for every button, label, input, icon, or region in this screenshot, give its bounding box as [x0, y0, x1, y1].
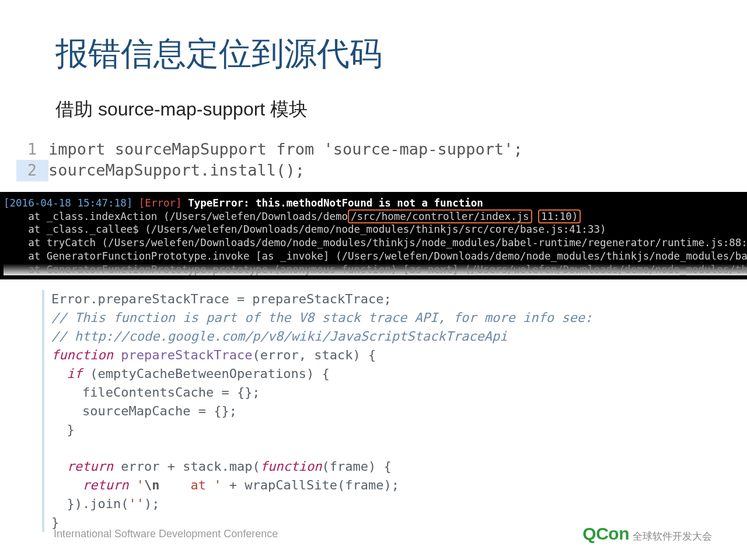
stack-line: at _class._callee$ (/Users/welefen/Downl… [4, 223, 606, 235]
code-text: import sourceMapSupport from 'source-map… [48, 139, 523, 160]
string-literal: '' [128, 496, 144, 511]
keyword: function [51, 348, 113, 362]
code-text: ); [144, 496, 160, 511]
terminal-output: [2016-04-18 15:47:18] [Error] TypeError:… [0, 192, 747, 280]
code-text: error + stack.map( [113, 459, 260, 474]
code-text: fileContentsCache = {}; [51, 385, 260, 400]
function-name: prepareStackTrace [113, 348, 252, 362]
keyword: return [51, 459, 113, 474]
qcon-subtitle: 全球软件开发大会 [633, 530, 712, 543]
code-text: sourceMapCache = {}; [51, 404, 237, 418]
highlighted-path: /src/home/controller/index.js [348, 209, 532, 223]
footer-brand: QCon 全球软件开发大会 [582, 524, 712, 544]
stack-line-faded: at GeneratorFunctionPrototype.prototype.… [4, 264, 747, 275]
string-literal: at [159, 478, 214, 492]
slide-footer: International Software Development Confe… [54, 524, 712, 544]
escape-char: \n [144, 478, 160, 492]
code-text: }).join( [51, 496, 128, 511]
keyword: return [51, 478, 128, 492]
code-text: } [51, 422, 75, 437]
stack-line: at GeneratorFunctionPrototype.invoke [as… [4, 250, 747, 262]
footer-conference-name: International Software Development Confe… [54, 528, 278, 540]
code-text: Error.prepareStackTrace = prepareStackTr… [51, 292, 392, 306]
line-number: 2 [16, 160, 48, 181]
code-text: + wrapCallSite(frame); [221, 478, 399, 492]
code-line-2: 2 sourceMapSupport.install(); [16, 160, 747, 181]
string-quote: ' [214, 478, 221, 492]
qcon-logo-text: QCon [582, 524, 629, 544]
code-text [128, 478, 136, 492]
code-line-1: 1 import sourceMapSupport from 'source-m… [16, 139, 747, 160]
import-code-block: 1 import sourceMapSupport from 'source-m… [0, 139, 747, 181]
error-tag: [Error] [139, 197, 182, 209]
string-quote: ' [137, 478, 144, 492]
code-text: (emptyCacheBetweenOperations) { [82, 366, 330, 381]
keyword: function [260, 459, 322, 474]
slide: 报错信息定位到源代码 借助 source-map-support 模块 1 im… [0, 0, 747, 560]
code-text: (error, stack) { [252, 348, 376, 362]
highlighted-position: 11:10) [538, 209, 581, 223]
stack-line: at _class.indexAction (/Users/welefen/Do… [4, 211, 348, 222]
code-text: sourceMapSupport.install(); [48, 160, 305, 181]
error-message: TypeError: this.methodNotFound is not a … [188, 197, 483, 209]
timestamp: [2016-04-18 15:47:18] [4, 197, 132, 209]
code-text: (frame) { [322, 459, 392, 474]
stack-line: at tryCatch (/Users/welefen/Downloads/de… [4, 237, 747, 249]
comment-line: // http://code.google.com/p/v8/wiki/Java… [51, 329, 507, 344]
comment-line: // This function is part of the V8 stack… [51, 310, 592, 325]
slide-subtitle: 借助 source-map-support 模块 [0, 76, 747, 123]
slide-title: 报错信息定位到源代码 [0, 0, 747, 76]
keyword: if [51, 366, 82, 381]
line-number: 1 [16, 139, 48, 160]
source-code-block: Error.prepareStackTrace = prepareStackTr… [42, 290, 747, 532]
